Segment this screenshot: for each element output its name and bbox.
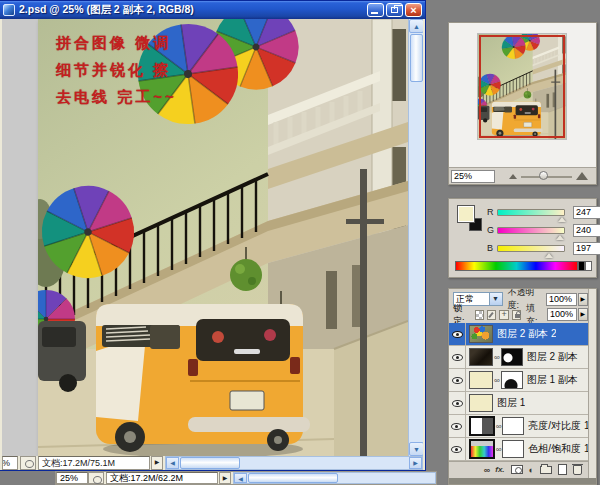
green-channel-row: G 240 — [487, 223, 600, 237]
eye-icon — [452, 331, 463, 338]
navigator-zoom-slider[interactable] — [495, 168, 596, 184]
lock-all-icon[interactable] — [512, 310, 521, 320]
photo-canvas[interactable]: 拼合图像 微调 细节并锐化 擦 去电线 完工~~ — [38, 19, 408, 456]
fill-spinner-icon[interactable]: ▶ — [578, 308, 588, 321]
back-status-menu-arrow-icon[interactable]: ▶ — [219, 472, 231, 484]
restore-icon — [391, 7, 398, 13]
scroll-down-icon[interactable]: ▼ — [409, 442, 423, 456]
link-layers-icon[interactable]: ∞ — [484, 465, 489, 475]
back-document-size-field: 文档:17.2M/62.2M — [106, 472, 218, 484]
scroll-right-icon[interactable]: ▶ — [409, 457, 422, 469]
blue-channel-slider[interactable] — [497, 245, 565, 252]
eye-icon — [451, 446, 462, 453]
back-zoom-field[interactable]: 25% — [56, 472, 88, 484]
vertical-scrollbar[interactable]: ▲ ▼ — [408, 19, 423, 456]
green-channel-slider[interactable] — [497, 227, 565, 234]
scroll-left-icon[interactable]: ◀ — [166, 457, 179, 469]
layer-thumbnail[interactable] — [469, 394, 493, 412]
zoom-in-icon[interactable] — [576, 172, 588, 180]
green-channel-value[interactable]: 240 — [573, 224, 600, 237]
eye-icon — [451, 423, 462, 430]
vertical-scrollbar-thumb[interactable] — [410, 34, 423, 82]
visibility-cell[interactable] — [449, 369, 466, 391]
restore-button[interactable] — [386, 3, 403, 17]
lock-pixels-icon[interactable] — [487, 310, 496, 320]
color-slider-thumb-b[interactable] — [545, 253, 553, 258]
status-icon[interactable] — [20, 456, 36, 470]
opacity-value[interactable]: 100% — [546, 293, 577, 306]
new-layer-icon[interactable] — [558, 464, 567, 475]
visibility-cell[interactable] — [449, 438, 466, 460]
blend-dropdown-arrow-icon[interactable]: ▼ — [489, 293, 502, 305]
layer-mask-thumbnail[interactable] — [501, 371, 523, 389]
foreground-color-swatch[interactable] — [457, 205, 475, 223]
fill-value[interactable]: 100% — [547, 308, 577, 321]
zoom-field[interactable]: 25% — [2, 456, 18, 470]
opacity-spinner-icon[interactable]: ▶ — [578, 293, 589, 306]
visibility-cell[interactable] — [449, 392, 466, 414]
new-group-icon[interactable] — [540, 466, 552, 474]
layer-mask-thumbnail[interactable] — [501, 348, 523, 366]
spectrum-black-swatch[interactable] — [578, 261, 585, 271]
layer-name[interactable]: 图层 1 副本 — [527, 373, 578, 387]
status-menu-arrow-icon[interactable]: ▶ — [151, 456, 163, 470]
blue-channel-value[interactable]: 197 — [573, 242, 600, 255]
layer-row[interactable]: ∞ 图层 2 副本 — [449, 346, 588, 369]
layer-row[interactable]: ∞ 亮度/对比度 1 — [449, 415, 588, 438]
visibility-cell[interactable] — [449, 346, 466, 368]
background-window-status-bar: 25% 文档:17.2M/62.2M ▶ ◀ — [55, 471, 437, 485]
layer-name[interactable]: 图层 2 副本 2 — [497, 327, 556, 341]
mask-link-icon[interactable]: ∞ — [494, 376, 500, 385]
adjustment-layer-icon[interactable] — [469, 416, 495, 436]
spectrum-white-swatch[interactable] — [585, 261, 592, 271]
layers-scrollbar[interactable] — [588, 289, 596, 484]
close-button[interactable]: × — [405, 3, 422, 17]
layers-bottom-toolbar: ∞ fx. ◐ — [449, 461, 588, 477]
scroll-up-icon[interactable]: ▲ — [409, 19, 423, 33]
back-horizontal-scrollbar[interactable]: ◀ — [233, 472, 436, 484]
layer-mask-thumbnail[interactable] — [502, 417, 524, 435]
back-scroll-left-icon[interactable]: ◀ — [234, 473, 247, 483]
horizontal-scrollbar-thumb[interactable] — [180, 457, 240, 469]
back-horizontal-scrollbar-thumb[interactable] — [248, 473, 338, 483]
layer-row[interactable]: ∞ 图层 1 副本 — [449, 369, 588, 392]
layer-name[interactable]: 图层 2 副本 — [527, 350, 578, 364]
color-spectrum-ramp[interactable] — [455, 261, 578, 271]
zoom-out-icon[interactable] — [509, 174, 517, 179]
visibility-cell[interactable] — [449, 323, 466, 345]
lock-transparency-icon[interactable] — [475, 310, 484, 320]
mask-link-icon[interactable]: ∞ — [496, 422, 502, 431]
layer-row[interactable]: ∞ 色相/饱和度 1 — [449, 438, 588, 461]
zoom-slider-thumb[interactable] — [539, 171, 548, 180]
red-channel-value[interactable]: 247 — [573, 206, 600, 219]
canvas-area: 拼合图像 微调 细节并锐化 擦 去电线 完工~~ ▲ ▼ — [2, 19, 423, 456]
titlebar[interactable]: 2.psd @ 25% (图层 2 副本 2, RGB/8) × — [0, 1, 425, 19]
color-slider-thumb-r[interactable] — [558, 217, 566, 222]
add-mask-icon[interactable] — [511, 465, 523, 474]
layer-row[interactable]: 图层 2 副本 2 — [449, 323, 588, 346]
horizontal-scrollbar[interactable]: ◀ ▶ — [165, 456, 423, 470]
navigator-zoom-field[interactable]: 25% — [451, 170, 495, 183]
mask-link-icon[interactable]: ∞ — [496, 445, 502, 454]
color-slider-thumb-g[interactable] — [556, 235, 564, 240]
layer-mask-thumbnail[interactable] — [502, 440, 524, 458]
minimize-button[interactable] — [367, 3, 384, 17]
layer-name[interactable]: 色相/饱和度 1 — [528, 442, 588, 456]
layer-thumbnail[interactable] — [469, 371, 493, 389]
layer-name[interactable]: 亮度/对比度 1 — [528, 419, 588, 433]
red-channel-slider[interactable] — [497, 209, 565, 216]
layer-thumbnail[interactable] — [469, 348, 493, 366]
lock-position-icon[interactable] — [499, 310, 508, 320]
layer-style-fx-icon[interactable]: fx. — [495, 465, 504, 474]
adjustment-layer-menu-icon[interactable]: ◐ — [529, 465, 534, 475]
delete-layer-icon[interactable] — [573, 465, 582, 475]
eye-icon — [452, 400, 463, 407]
navigator-thumbnail[interactable] — [477, 33, 567, 140]
layer-row[interactable]: 图层 1 — [449, 392, 588, 415]
layer-name[interactable]: 图层 1 — [497, 396, 525, 410]
visibility-cell[interactable] — [449, 415, 466, 437]
back-status-icon[interactable] — [88, 472, 104, 484]
adjustment-layer-icon[interactable] — [469, 439, 495, 459]
mask-link-icon[interactable]: ∞ — [494, 353, 500, 362]
layer-thumbnail[interactable] — [469, 325, 493, 343]
